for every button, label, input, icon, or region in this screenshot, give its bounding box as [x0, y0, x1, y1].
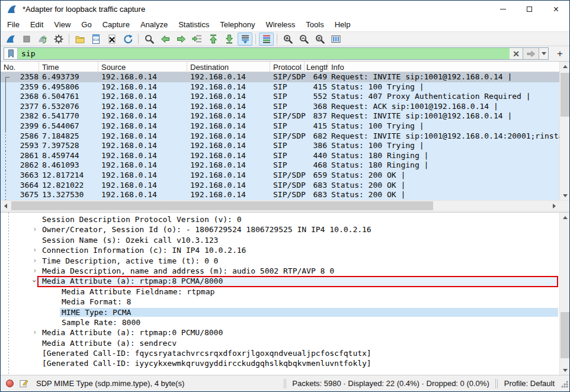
detail-row[interactable]: Session Name (s): Ozeki call v10.3.123	[1, 235, 569, 245]
detail-row[interactable]: Media Attribute (a): sendrecv	[1, 338, 569, 348]
detail-row[interactable]: [Generated Call-ID: iyycykxewmkqruvgyddi…	[1, 358, 569, 368]
zoom-original-button[interactable]	[312, 33, 327, 46]
start-capture-button[interactable]	[3, 33, 18, 46]
menu-capture[interactable]: Capture	[97, 19, 135, 30]
packet-row[interactable]: 366412.821022192.168.0.14192.168.0.14SIP…	[1, 181, 569, 191]
menu-file[interactable]: File	[2, 19, 25, 30]
capture-options-button[interactable]	[51, 33, 66, 46]
go-to-packet-button[interactable]	[190, 33, 204, 46]
packet-row[interactable]: 25867.184825192.168.0.14192.168.0.14SIP/…	[1, 131, 569, 142]
expert-info-icon[interactable]	[6, 380, 14, 387]
go-back-button[interactable]	[158, 33, 172, 46]
detail-row[interactable]: Session Description Protocol Version (v)…	[1, 214, 569, 224]
detail-row[interactable]: Media Attribute Fieldname: rtpmap	[1, 287, 569, 297]
scroll-down-arrow[interactable]	[560, 365, 569, 375]
scroll-up-arrow[interactable]	[560, 62, 569, 71]
profile-indicator[interactable]: Profile: Default	[498, 379, 561, 388]
menu-view[interactable]: View	[49, 19, 76, 30]
filter-clear-button[interactable]: ✕	[510, 48, 523, 59]
scroll-left-arrow[interactable]	[1, 201, 11, 211]
column-header-time[interactable]: Time	[39, 62, 98, 72]
cell-length: 649	[303, 72, 327, 82]
details-vscrollbar[interactable]	[559, 213, 569, 375]
go-to-first-button[interactable]	[206, 33, 220, 46]
auto-scroll-button[interactable]	[238, 33, 252, 46]
reload-button[interactable]	[120, 33, 135, 46]
go-to-last-button[interactable]	[222, 33, 236, 46]
stop-capture-button[interactable]	[19, 33, 34, 46]
scroll-thumb[interactable]	[561, 312, 569, 358]
restart-fin-icon	[37, 34, 48, 44]
capture-comment-icon[interactable]	[20, 379, 28, 388]
menu-statistics[interactable]: Statistics	[173, 19, 214, 30]
close-file-button[interactable]	[104, 33, 119, 46]
expand-arrow-icon[interactable]: ›	[31, 327, 39, 338]
hscroll-thumb[interactable]	[11, 201, 433, 210]
detail-row[interactable]: ›Media Attribute (a): rtpmap:8 PCMA/8000	[1, 276, 569, 286]
go-forward-button[interactable]	[174, 33, 188, 46]
packet-row[interactable]: 23996.544067192.168.0.14192.168.0.14SIP4…	[1, 121, 569, 131]
packet-list-hscrollbar[interactable]	[1, 200, 569, 210]
menu-edit[interactable]: Edit	[25, 19, 49, 30]
find-packet-button[interactable]	[142, 33, 156, 46]
detail-row[interactable]: Sample Rate: 8000	[1, 317, 569, 327]
column-header-protocol[interactable]: Protocol	[270, 62, 305, 72]
packet-row[interactable]: 28628.461093192.168.0.14192.168.0.14SIP4…	[1, 160, 569, 171]
zoom-in-button[interactable]	[280, 33, 295, 46]
save-file-button[interactable]: 010	[88, 33, 103, 46]
filter-dropdown-button[interactable]	[539, 48, 548, 59]
expand-arrow-icon[interactable]: ›	[31, 266, 39, 276]
detail-row[interactable]: ›Time Description, active time (t): 0 0	[1, 256, 569, 266]
packet-row[interactable]: 23686.504761192.168.0.14192.168.0.14SIP5…	[1, 92, 569, 102]
menu-wireless[interactable]: Wireless	[260, 19, 300, 30]
display-filter-input[interactable]	[18, 48, 510, 59]
zoom-out-button[interactable]	[296, 33, 311, 46]
menu-analyze[interactable]: Analyze	[135, 19, 173, 30]
scroll-down-arrow[interactable]	[560, 191, 569, 200]
close-button[interactable]: ×	[543, 1, 569, 18]
column-header-info[interactable]: Info	[328, 62, 559, 72]
filter-apply-button[interactable]	[523, 48, 539, 59]
maximize-button[interactable]	[516, 1, 543, 18]
menu-help[interactable]: Help	[329, 19, 356, 30]
detail-row[interactable]: ›Owner/Creator, Session Id (o): - 180672…	[1, 224, 569, 234]
packet-list-vscrollbar[interactable]	[559, 62, 569, 200]
packet-row[interactable]: 23776.532076192.168.0.14192.168.0.14SIP3…	[1, 102, 569, 112]
open-file-button[interactable]	[72, 33, 87, 46]
detail-row[interactable]: ›Media Attribute (a): rtpmap:0 PCMU/8000	[1, 327, 569, 338]
resize-grip[interactable]	[561, 380, 568, 388]
scroll-right-arrow[interactable]	[549, 201, 559, 211]
detail-row[interactable]: Media Format: 8	[1, 297, 569, 307]
resize-columns-button[interactable]	[328, 33, 343, 46]
packet-row[interactable]: 28618.459744192.168.0.14192.168.0.14SIP4…	[1, 151, 569, 161]
expand-arrow-icon[interactable]: ›	[31, 256, 39, 266]
save-doc-icon: 010	[91, 34, 101, 44]
menu-telephony[interactable]: Telephony	[214, 19, 260, 30]
filter-bookmark-button[interactable]	[4, 48, 18, 59]
collapse-arrow-icon[interactable]: ›	[28, 278, 39, 285]
scroll-thumb[interactable]	[561, 73, 569, 117]
packet-row[interactable]: 23826.541770192.168.0.14192.168.0.14SIP/…	[1, 111, 569, 121]
packet-row[interactable]: 367513.327530192.168.0.14192.168.0.14SIP…	[1, 190, 569, 200]
column-header-source[interactable]: Source	[98, 62, 187, 72]
detail-row[interactable]: ›Media Description, name and address (m)…	[1, 266, 569, 276]
filter-add-button[interactable]: +	[553, 47, 566, 60]
packet-row[interactable]: 23596.495806192.168.0.14192.168.0.14SIP4…	[1, 82, 569, 92]
minimize-button[interactable]	[489, 1, 516, 18]
menu-tools[interactable]: Tools	[300, 19, 329, 30]
column-header-length[interactable]: Length	[305, 62, 328, 72]
column-header-destination[interactable]: Destination	[187, 62, 270, 72]
expand-arrow-icon[interactable]: ›	[31, 245, 39, 255]
packet-row[interactable]: 25937.397528192.168.0.14192.168.0.14SIP3…	[1, 141, 569, 151]
packet-row[interactable]: 23586.493739192.168.0.14192.168.0.14SIP/…	[1, 72, 569, 82]
menu-go[interactable]: Go	[76, 19, 97, 30]
column-header-no[interactable]: No.	[1, 62, 39, 72]
expand-arrow-icon[interactable]: ›	[31, 224, 39, 234]
restart-capture-button[interactable]	[35, 33, 50, 46]
detail-row[interactable]: MIME Type: PCMA	[1, 307, 569, 317]
detail-row[interactable]: ›Connection Information (c): IN IP4 10.0…	[1, 245, 569, 255]
detail-row[interactable]: [Generated Call-ID: fqycsryatachvrcsrqxd…	[1, 348, 569, 358]
colorize-button[interactable]	[259, 33, 274, 46]
packet-row[interactable]: 366312.817214192.168.0.14192.168.0.14SIP…	[1, 171, 569, 181]
scroll-up-arrow[interactable]	[560, 213, 569, 222]
